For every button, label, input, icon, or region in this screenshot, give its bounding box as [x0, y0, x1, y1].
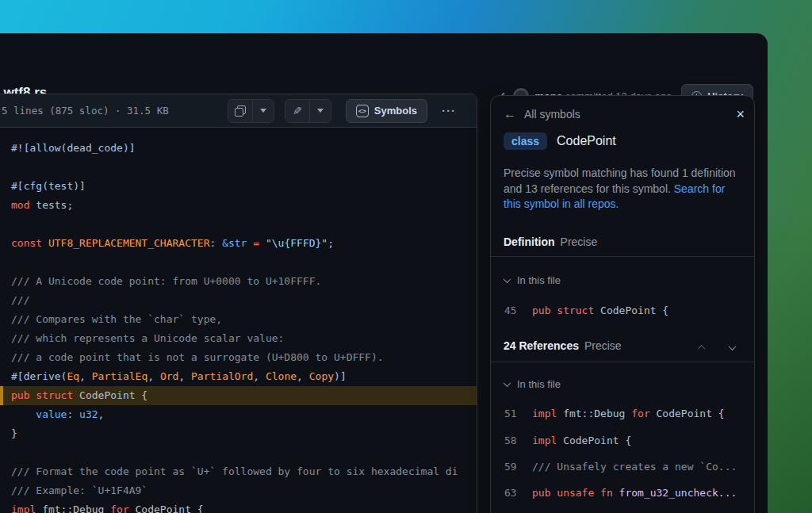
code-token: /// Example: `U+1F4A9` — [11, 484, 147, 496]
code-token: , — [147, 370, 160, 382]
file-viewer: 5 lines (875 sloc) · 31.5 KB ✎ <> Symbol… — [0, 94, 477, 513]
section-divider — [491, 256, 754, 257]
code-line: /// which represents a Unicode scalar va… — [0, 329, 477, 348]
code-line: } — [0, 424, 477, 443]
chevron-down-icon — [729, 343, 737, 350]
code-token: impl — [532, 435, 557, 446]
code-token: CodePoint { — [557, 435, 631, 446]
code-line — [0, 215, 477, 234]
reference-code: impl CodePoint { — [532, 435, 631, 446]
code-line: /// A Unicode code point: from U+0000 to… — [0, 272, 477, 291]
reference-row[interactable]: 58impl CodePoint { — [504, 427, 751, 453]
close-icon[interactable]: × — [736, 107, 745, 121]
code-token: = — [253, 237, 259, 249]
group-label: In this file — [517, 274, 561, 286]
edit-button[interactable]: ✎ — [285, 100, 310, 122]
panel-title: All symbols — [524, 108, 728, 121]
code-token — [42, 237, 48, 249]
code-token: fmt::Debug — [557, 408, 631, 419]
reference-row[interactable]: 59/// Unsafely creates a new `Co... — [504, 454, 751, 480]
code-token: impl — [532, 408, 557, 419]
code-line: /// Compares with the `char` type, — [0, 310, 477, 329]
code-token: Copy — [309, 370, 334, 382]
desktop-background: { "colors": { "window_bg": "#0d1117", "t… — [0, 0, 812, 513]
code-token: fmt::Debug — [36, 503, 110, 513]
reference-rows: 51impl fmt::Debug for CodePoint {58impl … — [504, 400, 751, 507]
code-token: } — [11, 427, 17, 439]
code-token: #[cfg(test)] — [11, 180, 86, 192]
code-token: UTF8_REPLACEMENT_CHARACTER — [48, 237, 210, 249]
reference-code: pub struct CodePoint { — [532, 304, 668, 316]
code-token: : — [209, 237, 222, 249]
file-stats: 5 lines (875 sloc) · 31.5 KB — [2, 105, 228, 117]
code-square-icon: <> — [356, 105, 369, 117]
code-token: /// Format the code point as `U+` follow… — [11, 465, 458, 477]
code-line: mod tests; — [0, 196, 477, 215]
symbols-label: Symbols — [374, 105, 417, 117]
reference-row[interactable]: 51impl fmt::Debug for CodePoint { — [504, 400, 751, 427]
copy-dropdown-button[interactable] — [253, 100, 274, 122]
code-line — [0, 253, 477, 272]
line-number: 58 — [504, 435, 525, 446]
chevron-down-icon — [317, 109, 324, 113]
code-token: #![allow(dead_code)] — [11, 142, 136, 154]
reference-code: impl fmt::Debug for CodePoint { — [532, 408, 725, 419]
code-token: : — [67, 408, 79, 420]
reference-code: pub unsafe fn from_u32_uncheck... — [532, 487, 737, 499]
reference-code: /// Unsafely creates a new `Co... — [532, 461, 737, 473]
code-token: CodePoint { — [129, 503, 204, 513]
definition-heading: Definition Precise — [504, 235, 597, 250]
code-token: struct — [36, 389, 73, 401]
references-heading: 24 References Precise — [504, 339, 622, 354]
reference-row[interactable]: 63pub unsafe fn from_u32_uncheck... — [504, 480, 751, 506]
references-label: 24 References — [504, 339, 579, 352]
code-token: &str — [222, 237, 247, 249]
code-token: CodePoint { — [650, 408, 725, 419]
code-line: value: u32, — [0, 405, 477, 424]
symbols-button[interactable]: <> Symbols — [346, 99, 427, 123]
references-file-group-toggle[interactable]: In this file — [504, 377, 561, 390]
code-token: /// Unsafely creates a new `Co... — [532, 461, 737, 473]
code-token: PartialOrd — [191, 370, 253, 382]
next-reference-button[interactable] — [728, 338, 737, 355]
code-token: , — [178, 370, 191, 382]
code-token: pub struct — [532, 304, 594, 316]
code-token: CodePoint { — [594, 304, 668, 316]
code-token: const — [11, 237, 42, 249]
code-token: "\u{FFFD}" — [266, 237, 327, 249]
prev-reference-button[interactable] — [697, 338, 706, 355]
code-token: PartialEq — [92, 370, 147, 382]
code-token: , — [79, 370, 92, 382]
code-token: Ord — [160, 370, 178, 382]
code-token: value — [36, 408, 67, 420]
code-line: /// Format the code point as `U+` follow… — [0, 462, 477, 481]
code-line: /// — [0, 291, 477, 310]
code-token: , — [98, 408, 105, 420]
copy-button[interactable] — [228, 100, 253, 122]
group-label: In this file — [517, 378, 561, 390]
precision-label: Precise — [584, 339, 622, 352]
copy-icon — [235, 105, 246, 117]
chevron-up-icon — [698, 345, 706, 353]
code-token: from_u32_uncheck... — [619, 487, 737, 499]
code-token: /// — [11, 294, 29, 306]
code-token: /// a code point that is not a surrogate… — [11, 351, 384, 363]
chevron-down-icon — [504, 379, 511, 387]
code-token: Clone — [266, 370, 297, 382]
more-options-button[interactable]: ··· — [437, 104, 461, 117]
definition-rows: 45pub struct CodePoint { — [504, 301, 668, 320]
code-token: #[derive( — [11, 370, 67, 382]
symbols-panel-header: ← All symbols × — [504, 105, 745, 123]
line-number: 59 — [504, 461, 525, 473]
chevron-down-icon — [260, 109, 266, 113]
app-window: / wtf8.rs ✓ mona committed 13 days ago H… — [0, 33, 768, 513]
edit-dropdown-button[interactable] — [310, 100, 331, 122]
definition-row[interactable]: 45pub struct CodePoint { — [504, 301, 668, 320]
back-arrow-icon[interactable]: ← — [504, 107, 516, 121]
definition-file-group-toggle[interactable]: In this file — [504, 274, 561, 286]
copy-button-group — [228, 99, 274, 123]
precision-label: Precise — [561, 235, 598, 248]
panel-description: Precise symbol matching has found 1 defi… — [504, 166, 745, 212]
chevron-down-icon — [504, 275, 511, 283]
code-token — [613, 487, 619, 499]
